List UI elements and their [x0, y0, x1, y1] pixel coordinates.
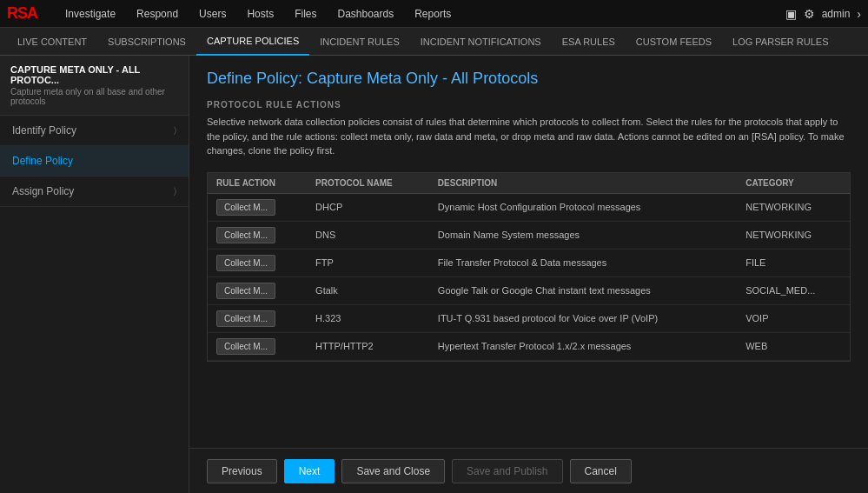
nav-right-area: ▣ ⚙ admin ›: [785, 7, 861, 21]
cell-category: FILE: [737, 249, 850, 276]
collect-button[interactable]: Collect M...: [216, 283, 275, 299]
cell-protocol-name: DNS: [307, 221, 429, 249]
second-navigation: Live Content Subscriptions Capture Polic…: [0, 28, 868, 56]
chevron-icon-assign: 〉: [174, 186, 176, 197]
tab-incident-notifications[interactable]: Incident Notifications: [410, 28, 552, 56]
col-category: Category: [737, 173, 850, 194]
cell-description: Domain Name System messages: [429, 221, 737, 249]
cell-rule-action: Collect M...: [208, 332, 307, 360]
footer: Previous Next Save and Close Save and Pu…: [189, 448, 868, 493]
cell-description: ITU-T Q.931 based protocol for Voice ove…: [429, 304, 737, 332]
description-text: Selective network data collection polici…: [207, 115, 851, 158]
nav-respond[interactable]: Respond: [126, 0, 189, 28]
cancel-button[interactable]: Cancel: [570, 459, 632, 483]
nav-hosts[interactable]: Hosts: [236, 0, 284, 28]
collect-button[interactable]: Collect M...: [216, 255, 275, 271]
top-navigation: RSA Investigate Respond Users Hosts File…: [0, 0, 868, 28]
table-header-row: Rule Action Protocol Name Description Ca…: [208, 173, 850, 194]
cell-category: NETWORKING: [737, 193, 850, 221]
collect-button[interactable]: Collect M...: [216, 338, 275, 355]
cell-description: Hypertext Transfer Protocol 1.x/2.x mess…: [429, 332, 737, 360]
sidebar-item-assign-policy[interactable]: Assign Policy 〉: [0, 177, 189, 207]
nav-users[interactable]: Users: [189, 0, 236, 28]
cell-rule-action: Collect M...: [208, 193, 307, 221]
sidebar-item-identify-policy[interactable]: Identify Policy 〉: [0, 116, 189, 146]
sidebar-define-label: Define Policy: [12, 155, 73, 167]
sidebar-assign-label: Assign Policy: [12, 185, 74, 197]
admin-label[interactable]: admin: [822, 8, 851, 20]
sidebar-policy-subtitle: Capture meta only on all base and other …: [10, 87, 178, 106]
tab-custom-feeds[interactable]: Custom Feeds: [626, 28, 722, 56]
nav-reports[interactable]: Reports: [404, 0, 461, 28]
protocol-table-wrapper[interactable]: Rule Action Protocol Name Description Ca…: [207, 172, 851, 362]
save-publish-button[interactable]: Save and Publish: [452, 459, 562, 483]
collect-button[interactable]: Collect M...: [216, 310, 275, 327]
table-row: Collect M...GtalkGoogle Talk or Google C…: [208, 276, 850, 304]
nav-dashboards[interactable]: Dashboards: [327, 0, 404, 28]
col-description: Description: [429, 173, 737, 194]
table-row: Collect M...DNSDomain Name System messag…: [208, 221, 850, 249]
content-area: Define Policy: Capture Meta Only - All P…: [189, 56, 868, 493]
table-body: Collect M...DHCPDynamic Host Configurati…: [208, 193, 850, 360]
tab-subscriptions[interactable]: Subscriptions: [97, 28, 196, 56]
content-main: Define Policy: Capture Meta Only - All P…: [189, 56, 868, 448]
rsa-logo: RSA: [7, 4, 37, 23]
page-title: Define Policy: Capture Meta Only - All P…: [207, 70, 851, 88]
cell-category: SOCIAL_MED...: [737, 276, 850, 304]
tab-incident-rules[interactable]: Incident Rules: [309, 28, 409, 56]
cell-description: Dynamic Host Configuration Protocol mess…: [429, 193, 737, 221]
cell-category: WEB: [737, 332, 850, 360]
table-row: Collect M...DHCPDynamic Host Configurati…: [208, 193, 850, 221]
sidebar-item-define-policy[interactable]: Define Policy: [0, 146, 189, 177]
cell-category: VOIP: [737, 304, 850, 332]
main-layout: CAPTURE META ONLY - ALL PROTOC... Captur…: [0, 56, 868, 493]
cell-protocol-name: DHCP: [307, 193, 429, 221]
cell-rule-action: Collect M...: [208, 249, 307, 276]
sidebar: CAPTURE META ONLY - ALL PROTOC... Captur…: [0, 56, 189, 493]
settings-icon[interactable]: ⚙: [804, 7, 815, 21]
tab-capture-policies[interactable]: Capture Policies: [196, 28, 309, 56]
cell-description: Google Talk or Google Chat instant text …: [429, 276, 737, 304]
cell-protocol-name: H.323: [307, 304, 429, 332]
cell-description: File Transfer Protocol & Data messages: [429, 249, 737, 276]
table-row: Collect M...H.323ITU-T Q.931 based proto…: [208, 304, 850, 332]
section-label: PROTOCOL RULE ACTIONS: [207, 100, 851, 110]
collect-button[interactable]: Collect M...: [216, 227, 275, 243]
table-row: Collect M...FTPFile Transfer Protocol & …: [208, 249, 850, 276]
cell-protocol-name: Gtalk: [307, 276, 429, 304]
cell-protocol-name: HTTP/HTTP2: [307, 332, 429, 360]
save-close-button[interactable]: Save and Close: [341, 459, 445, 483]
nav-investigate[interactable]: Investigate: [55, 0, 126, 28]
sidebar-policy-title: CAPTURE META ONLY - ALL PROTOC...: [10, 64, 178, 85]
monitor-icon[interactable]: ▣: [785, 7, 797, 21]
sidebar-header: CAPTURE META ONLY - ALL PROTOC... Captur…: [0, 56, 189, 116]
cell-rule-action: Collect M...: [208, 276, 307, 304]
cell-rule-action: Collect M...: [208, 304, 307, 332]
collect-button[interactable]: Collect M...: [216, 199, 275, 216]
cell-category: NETWORKING: [737, 221, 850, 249]
chevron-icon-identify: 〉: [174, 125, 176, 136]
tab-log-parser-rules[interactable]: Log Parser Rules: [722, 28, 838, 56]
sidebar-identify-label: Identify Policy: [12, 124, 76, 137]
cell-protocol-name: FTP: [307, 249, 429, 276]
tab-live-content[interactable]: Live Content: [7, 28, 97, 56]
nav-files[interactable]: Files: [284, 0, 327, 28]
cell-rule-action: Collect M...: [208, 221, 307, 249]
col-rule-action: Rule Action: [208, 173, 307, 194]
table-row: Collect M...HTTP/HTTP2Hypertext Transfer…: [208, 332, 850, 360]
col-protocol-name: Protocol Name: [307, 173, 429, 194]
next-button[interactable]: Next: [284, 459, 335, 483]
tab-esa-rules[interactable]: ESA Rules: [552, 28, 626, 56]
protocol-table: Rule Action Protocol Name Description Ca…: [208, 173, 850, 361]
chevron-right-icon[interactable]: ›: [857, 7, 861, 21]
previous-button[interactable]: Previous: [207, 459, 277, 483]
